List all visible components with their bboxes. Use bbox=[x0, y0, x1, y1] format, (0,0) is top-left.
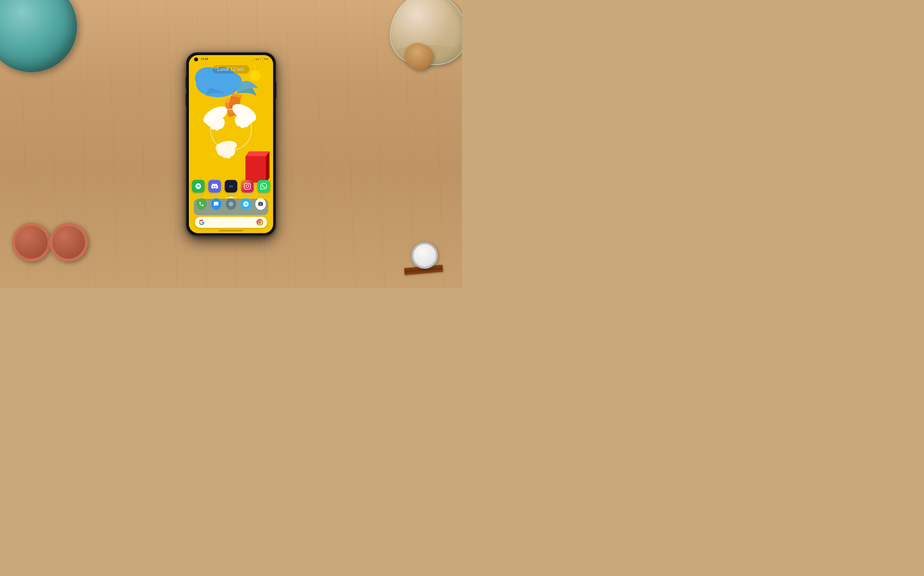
svg-point-39 bbox=[260, 222, 261, 223]
wifi-icon: 📶 bbox=[261, 58, 263, 60]
sunglasses bbox=[7, 209, 91, 276]
home-indicator[interactable] bbox=[219, 230, 243, 231]
sunglasses-right-lens bbox=[50, 223, 88, 262]
svg-point-37 bbox=[261, 222, 261, 222]
watch bbox=[376, 233, 443, 281]
instagram-icon[interactable] bbox=[241, 180, 254, 192]
svg-point-38 bbox=[260, 221, 261, 222]
signal-icon: ▲▲ bbox=[255, 58, 259, 60]
svg-rect-14 bbox=[245, 156, 266, 182]
phone-device: 14:36 🔔 ▲▲ 📶 92% Lundi 12 oct. bbox=[187, 53, 275, 235]
google-search-bar[interactable] bbox=[195, 217, 267, 228]
battery-percentage: 92% bbox=[264, 58, 268, 60]
notification-icon: 🔔 bbox=[251, 58, 254, 60]
front-camera bbox=[194, 58, 198, 61]
sunglasses-left-lens bbox=[12, 223, 51, 262]
dock-messages[interactable] bbox=[211, 198, 222, 210]
watch-face bbox=[411, 242, 438, 269]
dock-phone[interactable] bbox=[196, 198, 207, 210]
app-dock bbox=[189, 195, 273, 213]
discord-icon[interactable] bbox=[208, 180, 221, 192]
app-instagram[interactable]: Instagram bbox=[241, 180, 254, 196]
date-text: Lundi 12 oct. bbox=[213, 65, 250, 74]
svg-point-34 bbox=[230, 203, 232, 205]
svg-point-35 bbox=[258, 221, 262, 224]
app-whatsapp[interactable]: WhatsApp bbox=[257, 180, 270, 196]
status-time: 14:36 bbox=[201, 58, 208, 61]
phone-screen[interactable]: 14:36 🔔 ▲▲ 📶 92% Lundi 12 oct. bbox=[189, 55, 273, 233]
dock-camera[interactable] bbox=[255, 198, 266, 210]
status-bar: 14:36 🔔 ▲▲ 📶 92% bbox=[189, 55, 273, 63]
svg-point-36 bbox=[259, 222, 260, 222]
infinity-icon[interactable]: ∞ bbox=[225, 180, 237, 192]
svg-marker-16 bbox=[266, 151, 270, 182]
app-infinity[interactable]: ∞ Infinity bbox=[225, 180, 237, 196]
phone-wrapper: 14:36 🔔 ▲▲ 📶 92% Lundi 12 oct. bbox=[187, 53, 275, 235]
spotify-icon[interactable] bbox=[192, 180, 205, 192]
sunglasses-bridge bbox=[47, 242, 53, 243]
whatsapp-icon[interactable] bbox=[257, 180, 270, 192]
app-discord[interactable]: Discord bbox=[208, 180, 221, 196]
dock-lens-app[interactable] bbox=[226, 198, 236, 210]
status-icons: 🔔 ▲▲ 📶 92% bbox=[251, 58, 268, 60]
google-logo bbox=[199, 219, 205, 225]
svg-marker-15 bbox=[245, 151, 270, 156]
dock-telegram[interactable] bbox=[241, 198, 251, 210]
app-icons-row: Spotify Discord ∞ Infinity bbox=[189, 180, 273, 196]
google-assistant-icon[interactable] bbox=[256, 219, 263, 226]
app-spotify[interactable]: Spotify bbox=[192, 180, 205, 196]
date-display: Lundi 12 oct. bbox=[189, 65, 273, 74]
